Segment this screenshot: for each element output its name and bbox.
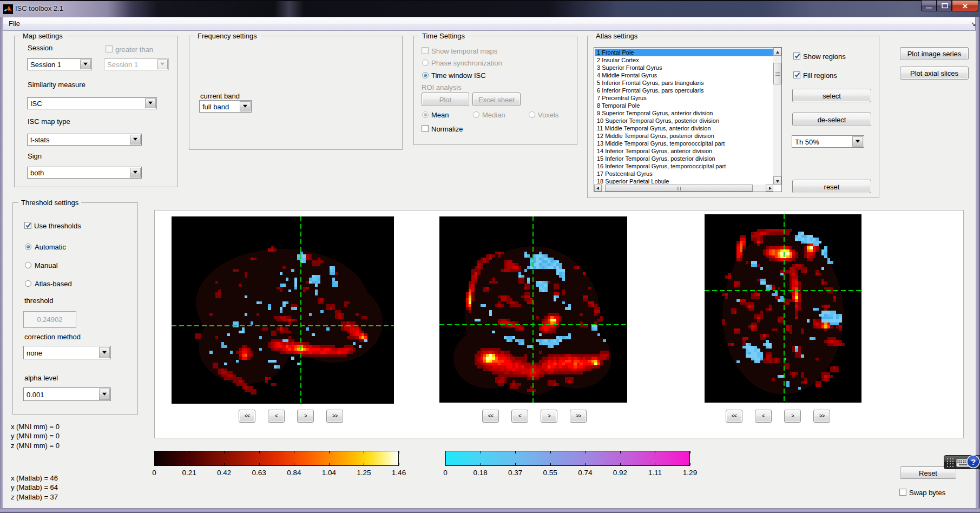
svg-text:?: ?	[971, 457, 976, 466]
